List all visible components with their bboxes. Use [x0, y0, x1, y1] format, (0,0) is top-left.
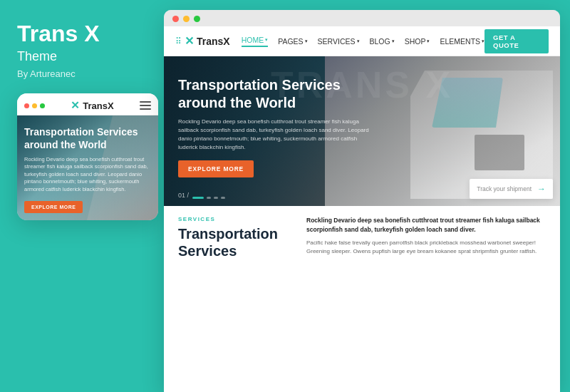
nav-blog[interactable]: BLOG ▾ — [370, 37, 395, 46]
phone-hamburger-icon[interactable] — [140, 101, 151, 110]
browser-dot-green[interactable] — [194, 16, 200, 22]
nav-services[interactable]: SERVICES ▾ — [318, 37, 360, 46]
services-title: Transportation Services — [178, 225, 292, 259]
site-logo-text: TransX — [197, 36, 230, 47]
hero-dot-4[interactable] — [221, 197, 225, 199]
hero-counter: 01 / — [178, 192, 189, 199]
track-arrow-icon: → — [537, 184, 546, 194]
hero-desc: Rockling Devario deep sea bonefish cutth… — [178, 118, 378, 152]
nav-pages[interactable]: PAGES ▾ — [278, 37, 307, 46]
get-quote-button[interactable]: GET A QUOTE — [484, 29, 549, 53]
grid-icon: ⠿ — [175, 36, 182, 46]
hero-dot-3[interactable] — [214, 197, 218, 199]
browser-topbar — [164, 10, 560, 26]
browser-mockup: ⠿ ✕ TransX HOME ▾ PAGES ▾ SERVICES ▾ BLO… — [164, 10, 560, 392]
services-left: SERVICES Transportation Services — [178, 216, 292, 382]
browser-content: ⠿ ✕ TransX HOME ▾ PAGES ▾ SERVICES ▾ BLO… — [164, 26, 560, 392]
browser-dot-yellow[interactable] — [183, 16, 190, 22]
phone-logo-text: TransX — [83, 100, 113, 111]
services-right: Rockling Devario deep sea bonefish cutth… — [306, 216, 546, 382]
browser-dot-red[interactable] — [172, 16, 179, 22]
phone-hero-desc: Rockling Devario deep sea bonefish cutth… — [24, 156, 151, 194]
theme-author: By Artureanec — [17, 68, 150, 79]
site-hero: Trans X Transportation Services around t… — [164, 56, 560, 206]
nav-shop[interactable]: SHOP ▾ — [405, 37, 430, 46]
phone-window-dots — [24, 103, 45, 108]
nav-elements[interactable]: ELEMENTS ▾ — [440, 37, 484, 46]
theme-subtitle: Theme — [17, 49, 150, 64]
services-bold-desc: Rockling Devario deep sea bonefish cutth… — [306, 216, 546, 234]
phone-hero-title: Transportation Services around the World — [24, 125, 151, 151]
hero-content: Transportation Services around the World… — [164, 56, 392, 189]
site-nav-links: HOME ▾ PAGES ▾ SERVICES ▾ BLOG ▾ SHOP ▾ … — [242, 36, 484, 47]
site-logo-x-icon: ✕ — [185, 34, 194, 48]
hero-dot-2[interactable] — [207, 197, 211, 199]
track-label: Track your shipment — [477, 185, 532, 192]
phone-logo-x-icon: ✕ — [71, 99, 80, 112]
nav-home[interactable]: HOME ▾ — [242, 36, 269, 47]
phone-logo: ✕ TransX — [71, 99, 113, 112]
services-desc: Pacific hake false trevally queen parrot… — [306, 239, 546, 256]
theme-title: Trans X — [17, 21, 150, 46]
phone-explore-button[interactable]: EXPLORE MORE — [24, 201, 83, 213]
phone-dot-green — [40, 103, 45, 108]
phone-mockup: ✕ TransX Transportation Services around … — [17, 93, 158, 220]
site-bottom-section: SERVICES Transportation Services Rocklin… — [164, 206, 560, 392]
hero-slider-dots — [192, 197, 225, 199]
phone-hero: Transportation Services around the World… — [17, 115, 158, 220]
hero-explore-button[interactable]: EXPLORE MORE — [178, 160, 254, 177]
site-navbar: ⠿ ✕ TransX HOME ▾ PAGES ▾ SERVICES ▾ BLO… — [164, 26, 560, 56]
phone-dot-yellow — [32, 103, 37, 108]
track-shipment-widget[interactable]: Track your shipment → — [470, 179, 553, 199]
services-tag: SERVICES — [178, 216, 292, 222]
hero-title: Transportation Services around the World — [178, 76, 378, 112]
phone-dot-red — [24, 103, 29, 108]
left-panel: Trans X Theme By Artureanec ✕ TransX Tra… — [0, 0, 164, 392]
hero-dot-active[interactable] — [192, 197, 204, 199]
site-logo[interactable]: ✕ TransX — [185, 34, 230, 48]
phone-topbar: ✕ TransX — [17, 93, 158, 115]
